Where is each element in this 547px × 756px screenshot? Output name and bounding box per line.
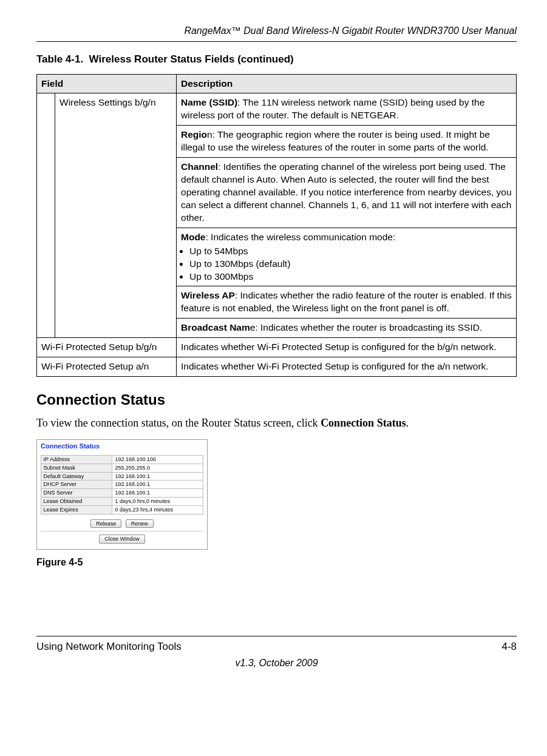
th-description: Description xyxy=(177,74,517,93)
th-field: Field xyxy=(37,74,177,93)
row-group-spacer xyxy=(37,93,55,338)
desc-region: Region: The geographic region where the … xyxy=(177,126,517,158)
desc-mode-bold: Mode xyxy=(181,232,205,242)
connection-status-panel: Connection Status IP Address192.168.100.… xyxy=(36,439,208,550)
cs-value-6: 0 days,23 hrs,4 minutes xyxy=(112,505,203,514)
cs-table: IP Address192.168.100.100 Subnet Mask255… xyxy=(41,455,204,515)
cs-value-5: 1 days,0 hrs,0 minutes xyxy=(112,497,203,505)
cs-button-row-1: Release Renew xyxy=(37,515,207,530)
field-wps-bgn: Wi-Fi Protected Setup b/g/n xyxy=(37,338,177,357)
mode-bullets: Up to 54Mbps Up to 130Mbps (default) Up … xyxy=(181,245,512,283)
cs-row: Default Gateway192.168.100.1 xyxy=(41,472,203,481)
cs-value-2: 192.168.100.1 xyxy=(112,472,203,481)
status-fields-table: Field Description Wireless Settings b/g/… xyxy=(36,74,517,377)
field-wireless-settings: Wireless Settings b/g/n xyxy=(55,93,177,338)
desc-broadcast-name: Broadcast Name: Indicates whether the ro… xyxy=(177,319,517,338)
cs-label-1: Subnet Mask xyxy=(41,464,112,472)
cs-row: Lease Expires0 days,23 hrs,4 minutes xyxy=(41,505,203,514)
cs-row: DHCP Server192.168.100.1 xyxy=(41,481,203,489)
cs-row: IP Address192.168.100.100 xyxy=(41,455,203,464)
desc-bcast-rest: e: Indicates whether the router is broad… xyxy=(250,322,483,332)
cs-label-5: Lease Obtained xyxy=(41,497,112,505)
field-wps-an: Wi-Fi Protected Setup a/n xyxy=(37,357,177,377)
desc-region-rest: n: The geographic region where the route… xyxy=(181,129,490,152)
renew-button[interactable]: Renew xyxy=(126,519,154,528)
figure-label: Figure 4-5 xyxy=(36,556,517,569)
cs-value-4: 192.168.100.1 xyxy=(112,489,203,498)
header-rule xyxy=(36,41,517,42)
desc-name-ssid-bold: Name (SSID) xyxy=(181,97,237,107)
footer-left: Using Network Monitoring Tools xyxy=(36,640,182,654)
mode-bullet-2: Up to 300Mbps xyxy=(189,271,512,283)
doc-header-title: RangeMax™ Dual Band Wireless-N Gigabit R… xyxy=(36,24,517,38)
desc-channel-bold: Channel xyxy=(181,161,218,172)
footer-version: v1.3, October 2009 xyxy=(36,656,517,670)
release-button[interactable]: Release xyxy=(90,519,121,528)
cs-row: DNS Server192.168.100.1 xyxy=(41,489,203,498)
intro-pre: To view the connection status, on the Ro… xyxy=(36,417,321,429)
cs-label-3: DHCP Server xyxy=(41,481,112,489)
page-footer: Using Network Monitoring Tools 4-8 v1.3,… xyxy=(36,636,517,670)
desc-channel: Channel: Identifies the operating channe… xyxy=(177,158,517,228)
mode-bullet-0: Up to 54Mbps xyxy=(189,245,512,258)
section-intro: To view the connection status, on the Ro… xyxy=(36,416,517,430)
desc-region-bold: Regio xyxy=(181,129,207,140)
cs-label-6: Lease Expires xyxy=(41,505,112,514)
table-caption-prefix: Table 4-1. xyxy=(36,53,83,65)
table-caption: Table 4-1. Wireless Router Status Fields… xyxy=(36,53,517,67)
desc-name-ssid: Name (SSID): The 11N wireless network na… xyxy=(177,93,517,126)
cs-label-2: Default Gateway xyxy=(41,472,112,481)
close-window-button[interactable]: Close Window xyxy=(99,535,145,544)
cs-panel-title: Connection Status xyxy=(37,440,207,455)
intro-post: . xyxy=(406,417,409,429)
cs-label-4: DNS Server xyxy=(41,489,112,498)
cs-value-0: 192.168.100.100 xyxy=(112,455,203,464)
cs-label-0: IP Address xyxy=(41,455,112,464)
footer-rule xyxy=(36,636,517,636)
desc-wap-bold: Wireless AP xyxy=(181,290,235,300)
cs-row: Subnet Mask255.255.255.0 xyxy=(41,464,203,472)
cs-value-1: 255.255.255.0 xyxy=(112,464,203,472)
cs-value-3: 192.168.100.1 xyxy=(112,481,203,489)
desc-wps-bgn: Indicates whether Wi-Fi Protected Setup … xyxy=(177,338,517,357)
desc-wireless-ap: Wireless AP: Indicates whether the radio… xyxy=(177,286,517,319)
mode-bullet-1: Up to 130Mbps (default) xyxy=(189,258,512,271)
cs-row: Lease Obtained1 days,0 hrs,0 minutes xyxy=(41,497,203,505)
desc-channel-rest: : Identifies the operating channel of th… xyxy=(181,161,512,223)
section-heading: Connection Status xyxy=(36,390,517,410)
cs-button-row-2: Close Window xyxy=(37,533,207,545)
desc-bcast-bold: Broadcast Nam xyxy=(181,322,250,332)
desc-mode: Mode: Indicates the wireless communicati… xyxy=(177,228,517,286)
footer-page-number: 4-8 xyxy=(501,640,517,654)
table-caption-text: Wireless Router Status Fields (continued… xyxy=(89,53,294,65)
intro-bold: Connection Status xyxy=(321,417,406,429)
cs-divider xyxy=(41,531,203,532)
desc-mode-rest: : Indicates the wireless communication m… xyxy=(205,232,395,242)
desc-wps-an: Indicates whether Wi-Fi Protected Setup … xyxy=(177,357,517,377)
